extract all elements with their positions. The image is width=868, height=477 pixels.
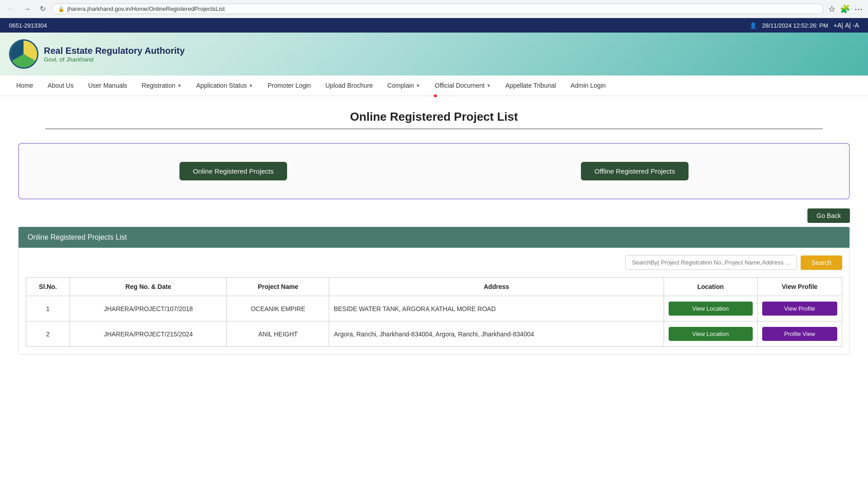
table-row: 2 JHARERA/PROJECT/215/2024 ANIL HEIGHT A… bbox=[26, 321, 842, 347]
bookmark-icon[interactable]: ☆ bbox=[827, 3, 836, 15]
nav-official-document[interactable]: Official Document ▼ bbox=[428, 76, 498, 95]
row2-sl: 2 bbox=[26, 321, 70, 347]
view-location-btn-1[interactable]: View Location bbox=[669, 302, 753, 316]
search-input[interactable] bbox=[625, 255, 797, 270]
top-info-bar: 0651-2913304 👤 28/11/2024 12:52:26: PM +… bbox=[0, 18, 868, 33]
chevron-down-icon: ▼ bbox=[177, 83, 182, 88]
search-area: Search bbox=[26, 255, 842, 270]
forward-button[interactable]: → bbox=[21, 4, 33, 14]
nav-complain[interactable]: Complain ▼ bbox=[380, 76, 428, 95]
row1-address: BESIDE WATER TANK, ARGORA KATHAL MORE RO… bbox=[329, 296, 664, 321]
row1-profile-cell: View Profile bbox=[757, 296, 842, 321]
list-body: Search Sl.No. Reg No. & Date Project Nam… bbox=[19, 248, 849, 354]
nav-promoter-login[interactable]: Promoter Login bbox=[260, 76, 318, 95]
row2-location-cell: View Location bbox=[664, 321, 757, 347]
list-header: Online Registered Projects List bbox=[19, 227, 849, 248]
font-decrease-btn[interactable]: -A bbox=[853, 22, 859, 29]
col-profile: View Profile bbox=[757, 278, 842, 296]
url-bar[interactable]: 🔒 jharera.jharkhand.gov.in/Home/OnlineRe… bbox=[52, 4, 824, 14]
row1-reg: JHARERA/PROJECT/107/2018 bbox=[70, 296, 227, 321]
nav-home[interactable]: Home bbox=[9, 76, 40, 95]
top-info-right: 👤 28/11/2024 12:52:26: PM +A| A| -A bbox=[750, 22, 859, 29]
user-icon: 👤 bbox=[750, 22, 757, 29]
font-size-controls: +A| A| -A bbox=[834, 22, 859, 29]
nav-application-status[interactable]: Application Status ▼ bbox=[189, 76, 260, 95]
row1-project: OCEANIK EMPIRE bbox=[227, 296, 329, 321]
org-name: Real Estate Regulatory Authority Govt. o… bbox=[44, 46, 185, 63]
nav-dot bbox=[434, 94, 437, 97]
extensions-icon[interactable]: 🧩 bbox=[839, 3, 851, 15]
offline-registered-btn[interactable]: Offline Registered Projects bbox=[581, 162, 689, 180]
row1-sl: 1 bbox=[26, 296, 70, 321]
lock-icon: 🔒 bbox=[58, 6, 65, 12]
row2-address: Argora, Ranchi, Jharkhand-834004, Argora… bbox=[329, 321, 664, 347]
view-profile-btn-1[interactable]: View Profile bbox=[762, 302, 837, 316]
header: Real Estate Regulatory Authority Govt. o… bbox=[0, 33, 868, 76]
nav-upload-brochure[interactable]: Upload Brochure bbox=[318, 76, 380, 95]
col-address: Address bbox=[329, 278, 664, 296]
refresh-button[interactable]: ↻ bbox=[37, 4, 48, 14]
data-table: Sl.No. Reg No. & Date Project Name Addre… bbox=[26, 277, 842, 347]
browser-bar: ← → ↻ 🔒 jharera.jharkhand.gov.in/Home/On… bbox=[0, 0, 868, 18]
chevron-down-icon: ▼ bbox=[486, 83, 491, 88]
chevron-down-icon: ▼ bbox=[416, 83, 420, 88]
table-header-row: Sl.No. Reg No. & Date Project Name Addre… bbox=[26, 278, 842, 296]
org-subtitle: Govt. of Jharkhand bbox=[44, 56, 185, 63]
page-content: Online Registered Project List Online Re… bbox=[0, 96, 868, 368]
col-sl: Sl.No. bbox=[26, 278, 70, 296]
back-button[interactable]: ← bbox=[5, 4, 17, 14]
nav-registration[interactable]: Registration ▼ bbox=[134, 76, 189, 95]
go-back-button[interactable]: Go Back bbox=[807, 208, 850, 223]
search-button[interactable]: Search bbox=[801, 255, 842, 270]
view-location-btn-2[interactable]: View Location bbox=[669, 327, 753, 341]
navbar: Home About Us User Manuals Registration … bbox=[0, 76, 868, 96]
font-increase-btn[interactable]: +A| bbox=[834, 22, 843, 29]
nav-manuals[interactable]: User Manuals bbox=[81, 76, 134, 95]
more-icon[interactable]: ⋯ bbox=[854, 3, 863, 15]
col-project: Project Name bbox=[227, 278, 329, 296]
nav-appellate[interactable]: Appellate Tribunal bbox=[498, 76, 563, 95]
logo-area: Real Estate Regulatory Authority Govt. o… bbox=[9, 39, 185, 69]
phone-number: 0651-2913304 bbox=[9, 22, 47, 29]
view-profile-btn-2[interactable]: Profile View bbox=[762, 327, 837, 341]
page-title: Online Registered Project List bbox=[18, 110, 850, 124]
font-normal-btn[interactable]: A| bbox=[845, 22, 851, 29]
col-reg: Reg No. & Date bbox=[70, 278, 227, 296]
title-divider bbox=[45, 128, 823, 129]
row2-project: ANIL HEIGHT bbox=[227, 321, 329, 347]
chevron-down-icon: ▼ bbox=[249, 83, 253, 88]
toggle-container: Online Registered Projects Offline Regis… bbox=[18, 143, 850, 199]
row1-location-cell: View Location bbox=[664, 296, 757, 321]
col-location: Location bbox=[664, 278, 757, 296]
row2-profile-cell: Profile View bbox=[757, 321, 842, 347]
table-row: 1 JHARERA/PROJECT/107/2018 OCEANIK EMPIR… bbox=[26, 296, 842, 321]
list-section: Online Registered Projects List Search S… bbox=[18, 227, 850, 354]
nav-admin-login[interactable]: Admin Login bbox=[563, 76, 613, 95]
datetime: 28/11/2024 12:52:26: PM bbox=[762, 22, 828, 29]
online-registered-btn[interactable]: Online Registered Projects bbox=[179, 162, 287, 180]
row2-reg: JHARERA/PROJECT/215/2024 bbox=[70, 321, 227, 347]
org-title: Real Estate Regulatory Authority bbox=[44, 46, 185, 56]
logo-inner bbox=[10, 41, 37, 67]
browser-actions: ☆ 🧩 ⋯ bbox=[827, 3, 863, 15]
nav-about[interactable]: About Us bbox=[40, 76, 81, 95]
go-back-area: Go Back bbox=[18, 208, 850, 223]
logo bbox=[9, 39, 38, 69]
url-text: jharera.jharkhand.gov.in/Home/OnlineRegi… bbox=[67, 5, 818, 12]
